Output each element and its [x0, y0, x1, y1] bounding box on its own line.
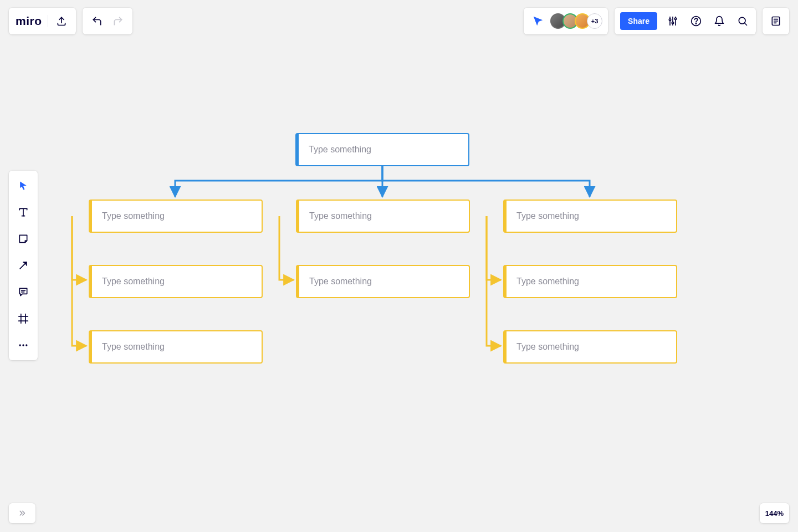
comment-icon	[18, 287, 29, 298]
svg-point-25	[22, 344, 24, 346]
settings-button[interactable]	[665, 13, 681, 29]
svg-point-2	[669, 19, 671, 21]
notifications-button[interactable]	[712, 13, 727, 29]
sticky-note-tool[interactable]	[14, 229, 33, 248]
avatar-overflow[interactable]: +3	[587, 13, 602, 29]
share-button[interactable]: Share	[620, 12, 657, 30]
search-icon	[737, 16, 748, 27]
redo-icon	[112, 16, 124, 27]
text-tool[interactable]	[14, 203, 33, 222]
divider	[48, 15, 48, 27]
svg-point-26	[25, 344, 27, 346]
arrow-diagonal-icon	[18, 260, 29, 271]
child-node-3c[interactable]: Type something	[503, 330, 677, 364]
export-button[interactable]	[54, 13, 69, 29]
expand-panel-button[interactable]	[9, 503, 35, 523]
notes-icon	[770, 16, 781, 27]
child-node-3a[interactable]: Type something	[503, 200, 677, 233]
search-button[interactable]	[735, 13, 750, 29]
svg-line-10	[745, 23, 747, 25]
app-logo[interactable]: miro	[16, 14, 42, 28]
sliders-icon	[667, 16, 678, 27]
help-icon	[690, 16, 702, 27]
frame-icon	[18, 313, 29, 324]
child-node-1b[interactable]: Type something	[89, 265, 263, 298]
export-icon	[56, 16, 67, 27]
chevrons-right-icon	[17, 508, 27, 518]
svg-point-4	[672, 22, 673, 24]
svg-point-8	[695, 23, 696, 24]
root-node[interactable]: Type something	[295, 133, 469, 166]
zoom-level[interactable]: 144%	[760, 503, 789, 523]
undo-button[interactable]	[89, 13, 105, 29]
select-tool[interactable]	[14, 176, 33, 195]
frame-tool[interactable]	[14, 309, 33, 328]
cursor-icon	[18, 180, 29, 191]
activity-panel-button[interactable]	[763, 8, 789, 34]
more-tools[interactable]	[14, 336, 33, 355]
child-node-2b[interactable]: Type something	[296, 265, 470, 298]
undo-icon	[91, 16, 103, 27]
more-horizontal-icon	[18, 340, 29, 351]
presentation-button[interactable]	[530, 13, 546, 29]
connection-line-tool[interactable]	[14, 256, 33, 275]
sticky-note-icon	[18, 233, 29, 244]
bell-icon	[714, 16, 725, 27]
child-node-3b[interactable]: Type something	[503, 265, 677, 298]
svg-point-6	[674, 18, 676, 19]
svg-point-24	[19, 344, 21, 346]
help-button[interactable]	[688, 13, 704, 29]
collaborator-avatars[interactable]: +3	[550, 13, 602, 29]
child-node-1c[interactable]: Type something	[89, 330, 263, 364]
text-icon	[18, 207, 29, 218]
child-node-1a[interactable]: Type something	[89, 200, 263, 233]
cursor-arrow-icon	[532, 15, 544, 27]
side-toolbar	[9, 171, 38, 360]
child-node-2a[interactable]: Type something	[296, 200, 470, 233]
comment-tool[interactable]	[14, 283, 33, 301]
redo-button[interactable]	[110, 13, 126, 29]
